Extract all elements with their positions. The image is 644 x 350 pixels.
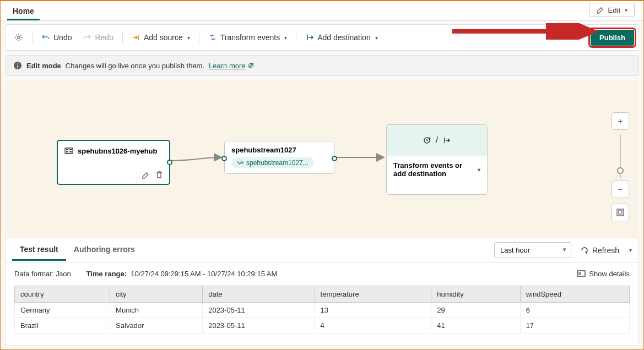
cell-date: 2023-05-11: [203, 318, 315, 333]
chevron-down-icon: ▾: [375, 35, 378, 41]
cell-temperature: 4: [315, 318, 431, 333]
tab-test-result[interactable]: Test result: [12, 239, 66, 261]
cell-humidity: 29: [431, 303, 520, 318]
source-title: spehubns1026-myehub: [78, 147, 158, 155]
svg-rect-4: [65, 148, 73, 154]
svg-rect-7: [69, 149, 72, 150]
edit-mode-banner: i Edit mode Changes will go live once yo…: [5, 55, 639, 76]
trash-icon[interactable]: [155, 171, 164, 179]
source-node[interactable]: spehubns1026-myehub: [57, 140, 170, 185]
chevron-down-icon: ▾: [625, 7, 627, 13]
show-details-button[interactable]: Show details: [577, 269, 630, 278]
fit-screen-button[interactable]: [611, 204, 629, 221]
chevron-down-icon: ▾: [284, 35, 287, 41]
cell-country: Germany: [15, 303, 110, 318]
col-windSpeed[interactable]: windSpeed: [520, 286, 629, 303]
cell-windSpeed: 17: [520, 318, 629, 333]
svg-point-0: [18, 36, 20, 39]
edit-button[interactable]: Edit ▾: [589, 3, 635, 17]
svg-rect-8: [69, 151, 72, 152]
svg-rect-11: [617, 209, 624, 216]
undo-icon: [41, 33, 50, 42]
output-port[interactable]: [332, 156, 337, 161]
info-icon: i: [13, 61, 22, 70]
col-humidity[interactable]: humidity: [431, 286, 520, 303]
output-port[interactable]: [167, 160, 172, 165]
chevron-down-icon[interactable]: ▾: [629, 247, 632, 253]
svg-rect-5: [66, 149, 68, 150]
toolbar: Undo Redo Add source ▾ Transform events …: [5, 24, 639, 51]
slash: /: [436, 135, 438, 145]
redo-button: Redo: [78, 30, 117, 45]
cell-country: Brazil: [15, 318, 110, 333]
results-panel: Test result Authoring errors Last hour R…: [5, 238, 639, 346]
zoom-out-button[interactable]: －: [611, 181, 629, 198]
col-city[interactable]: city: [110, 286, 203, 303]
add-source-button[interactable]: Add source ▾: [127, 30, 194, 45]
stream-pill: spehubstream1027...: [231, 157, 314, 168]
destination-out-icon: [305, 33, 314, 42]
settings-button[interactable]: [10, 30, 28, 45]
pencil-icon: [596, 6, 605, 14]
banner-mode: Edit mode: [26, 62, 61, 70]
design-canvas[interactable]: spehubns1026-myehub spehubstream1027 spe…: [5, 80, 639, 240]
time-range-value: 10/27/24 09:29:15 AM - 10/27/24 10:29:15…: [131, 270, 277, 278]
transform-icon: [423, 136, 431, 145]
stream-node[interactable]: spehubstream1027 spehubstream1027...: [224, 141, 334, 174]
fit-icon: [616, 208, 625, 217]
refresh-button[interactable]: Refresh: [576, 243, 624, 258]
time-range-label: Time range:: [86, 270, 127, 278]
publish-button[interactable]: Publish: [591, 30, 634, 46]
svg-rect-12: [619, 211, 622, 214]
transform-events-button[interactable]: Transform events ▾: [204, 30, 291, 45]
pencil-icon[interactable]: [142, 171, 150, 179]
zoom-slider[interactable]: [620, 134, 621, 178]
cell-windSpeed: 6: [520, 303, 629, 318]
external-link-icon: [247, 62, 254, 69]
destination-out-icon: [442, 136, 451, 145]
cell-city: Munich: [110, 303, 203, 318]
svg-rect-6: [66, 151, 68, 152]
gear-icon: [14, 33, 23, 42]
undo-button[interactable]: Undo: [37, 30, 76, 45]
cell-temperature: 13: [315, 303, 431, 318]
input-port[interactable]: [221, 156, 227, 161]
col-date[interactable]: date: [203, 286, 315, 303]
table-row[interactable]: GermanyMunich2023-05-1113296: [15, 303, 630, 318]
data-format-label: Data format:: [14, 270, 54, 278]
col-temperature[interactable]: temperature: [315, 286, 431, 303]
data-format-value: Json: [56, 270, 71, 278]
cell-humidity: 41: [431, 318, 520, 333]
source-in-icon: [132, 33, 140, 42]
tab-authoring-errors[interactable]: Authoring errors: [66, 239, 143, 261]
learn-more-link[interactable]: Learn more: [209, 62, 253, 70]
zoom-knob[interactable]: [617, 167, 624, 174]
zoom-in-button[interactable]: ＋: [611, 112, 629, 130]
cell-date: 2023-05-11: [203, 303, 315, 318]
chevron-down-icon: ▾: [187, 35, 190, 41]
tab-home[interactable]: Home: [7, 2, 40, 20]
stream-title: spehubstream1027: [231, 146, 327, 154]
add-destination-button[interactable]: Add destination ▾: [301, 30, 382, 45]
destination-placeholder-node[interactable]: / Transform events or add destination ▾: [386, 124, 488, 195]
refresh-icon: [580, 246, 589, 255]
time-range-select[interactable]: Last hour: [494, 242, 571, 258]
svg-point-10: [429, 138, 430, 139]
cell-city: Salvador: [110, 318, 203, 333]
chevron-down-icon[interactable]: ▾: [478, 167, 480, 173]
destination-text: Transform events or add destination: [393, 161, 477, 178]
banner-message: Changes will go live once you publish th…: [66, 62, 204, 70]
results-table: countrycitydatetemperaturehumiditywindSp…: [14, 286, 630, 333]
zoom-controls: ＋ －: [611, 112, 629, 223]
details-icon: [577, 269, 586, 278]
col-country[interactable]: country: [15, 286, 110, 303]
redo-icon: [83, 33, 91, 42]
eventhub-icon: [64, 146, 73, 155]
table-row[interactable]: BrazilSalvador2023-05-1144117: [15, 318, 630, 333]
transform-icon: [208, 33, 217, 42]
stream-icon: [237, 160, 243, 166]
